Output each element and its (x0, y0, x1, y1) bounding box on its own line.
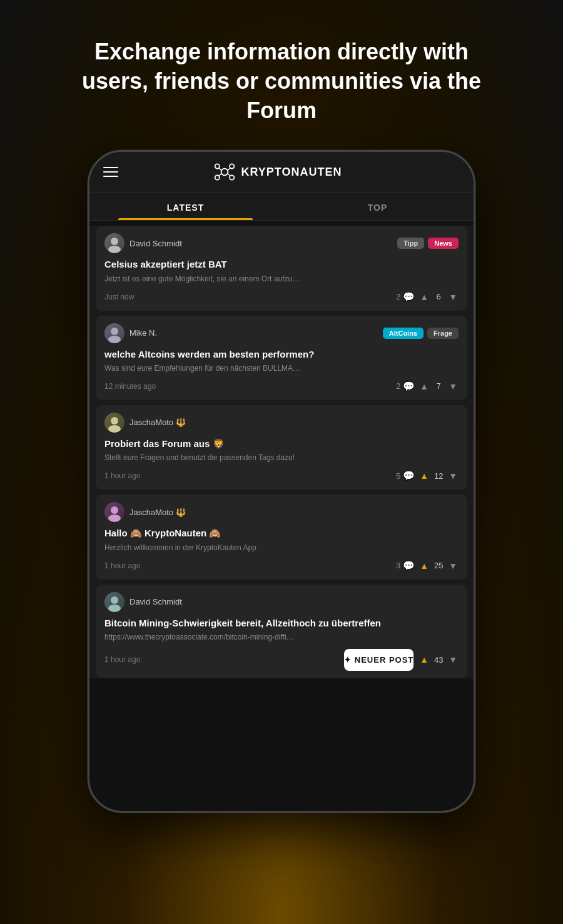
tabs-bar: LATEST TOP (89, 193, 474, 221)
svg-point-0 (221, 169, 228, 176)
vote-count: 7 (433, 381, 444, 391)
post-footer: 1 hour ago ✦ NEUER POST ▲ 43 ▼ (104, 649, 459, 671)
post-footer: 1 hour ago 5 💬 ▲ 12 ▼ (104, 470, 459, 482)
svg-point-2 (230, 164, 235, 169)
post-card[interactable]: Mike N. AltCoins Frage welche Altcoins w… (96, 316, 467, 400)
post-stats: 3 💬 ▲ 25 ▼ (396, 560, 459, 572)
post-time: 12 minutes ago (104, 382, 387, 391)
post-header: David Schmidt (104, 592, 459, 612)
svg-point-4 (230, 176, 235, 180)
logo-icon (213, 161, 236, 183)
vote-section: ▲ 12 ▼ (418, 470, 459, 482)
upvote-button[interactable]: ▲ (418, 380, 430, 393)
post-footer: 1 hour ago 3 💬 ▲ 25 ▼ (104, 560, 459, 572)
post-title: Hallo 🙈 KryptoNauten 🙈 (104, 527, 459, 540)
avatar (104, 413, 124, 433)
post-excerpt: https://www.thecryptoassociate.com/bitco… (104, 632, 459, 643)
post-card[interactable]: David Schmidt Bitcoin Mining-Schwierigke… (96, 585, 467, 678)
tab-top[interactable]: TOP (282, 193, 474, 220)
vote-count: 6 (433, 292, 444, 301)
post-title: Celsius akzeptiert jetzt BAT (104, 258, 459, 271)
post-card[interactable]: David Schmidt Tipp News Celsius akzeptie… (96, 226, 467, 310)
vote-count: 12 (433, 471, 444, 481)
comment-number: 2 (396, 292, 400, 301)
comment-count: 5 💬 (396, 470, 415, 481)
post-time: 1 hour ago (104, 655, 335, 664)
upvote-button[interactable]: ▲ (418, 291, 430, 303)
post-stats: 2 💬 ▲ 6 ▼ (396, 291, 459, 303)
post-card[interactable]: JaschaMoto 🔱 Hallo 🙈 KryptoNauten 🙈 Herz… (96, 495, 467, 579)
post-header: Mike N. AltCoins Frage (104, 323, 459, 343)
upvote-button[interactable]: ▲ (418, 470, 430, 482)
post-header: David Schmidt Tipp News (104, 233, 459, 253)
post-time: 1 hour ago (104, 471, 387, 480)
tag-tipp: Tipp (397, 238, 424, 249)
comment-icon: 💬 (403, 381, 415, 392)
svg-point-11 (111, 328, 118, 335)
upvote-button[interactable]: ▲ (418, 653, 430, 666)
post-title: welche Altcoins werden am besten perform… (104, 348, 459, 361)
app-name: KryptoNauten (241, 166, 342, 179)
author-name: Mike N. (129, 328, 157, 338)
post-excerpt: Stellt eure Fragen und benutzt die passe… (104, 453, 459, 463)
svg-point-1 (215, 164, 220, 169)
downvote-button[interactable]: ▼ (447, 291, 459, 303)
downvote-button[interactable]: ▼ (447, 560, 459, 572)
post-header: JaschaMoto 🔱 (104, 413, 459, 433)
svg-line-5 (219, 168, 221, 171)
svg-point-9 (111, 238, 118, 245)
phone-shell: KryptoNauten LATEST TOP David Schmidt Ti… (88, 150, 475, 813)
post-title: Probiert das Forum aus 🦁 (104, 438, 459, 450)
tag-row: AltCoins Frage (383, 328, 459, 339)
tag-altcoins: AltCoins (383, 328, 424, 339)
post-footer: 12 minutes ago 2 💬 ▲ 7 ▼ (104, 380, 459, 393)
comment-icon: 💬 (403, 470, 415, 481)
avatar (104, 502, 124, 522)
vote-section: ▲ 43 ▼ (418, 653, 459, 666)
post-card[interactable]: JaschaMoto 🔱 Probiert das Forum aus 🦁 St… (96, 405, 467, 490)
author-name: David Schmidt (129, 597, 182, 606)
post-stats: 2 💬 ▲ 7 ▼ (396, 380, 459, 393)
svg-point-12 (108, 336, 121, 343)
downvote-button[interactable]: ▼ (447, 653, 459, 666)
downvote-button[interactable]: ▼ (447, 470, 459, 482)
svg-line-7 (219, 174, 221, 176)
post-author: JaschaMoto 🔱 (104, 502, 186, 522)
post-time: 1 hour ago (104, 561, 387, 570)
logo-area: KryptoNauten (213, 161, 342, 183)
post-author: Mike N. (104, 323, 157, 343)
page-headline: Exchange information directly with users… (69, 38, 494, 125)
comment-count: 3 💬 (396, 560, 415, 571)
post-footer: Just now 2 💬 ▲ 6 ▼ (104, 291, 459, 303)
vote-count: 25 (433, 561, 444, 570)
vote-count: 43 (433, 655, 444, 665)
vote-section: ▲ 25 ▼ (418, 560, 459, 572)
post-author: David Schmidt (104, 592, 182, 612)
svg-point-15 (111, 506, 118, 514)
svg-line-6 (228, 168, 231, 171)
author-name: David Schmidt (129, 239, 182, 248)
svg-point-10 (108, 246, 121, 253)
vote-section: ▲ 7 ▼ (418, 380, 459, 393)
tag-row: Tipp News (397, 238, 459, 249)
svg-point-17 (111, 596, 118, 604)
avatar (104, 323, 124, 343)
svg-point-13 (111, 417, 118, 424)
post-excerpt: Jetzt ist es eine gute Möglichkeit, sie … (104, 274, 459, 284)
tag-news: News (428, 238, 459, 249)
upvote-button[interactable]: ▲ (418, 560, 430, 572)
comment-icon: 💬 (403, 560, 415, 571)
post-excerpt: Herzlich willkommen in der KryptoKauten … (104, 543, 459, 553)
comment-number: 2 (396, 381, 400, 391)
comment-number: 3 (396, 561, 400, 570)
tab-latest[interactable]: LATEST (89, 193, 282, 220)
svg-point-3 (215, 176, 220, 180)
menu-button[interactable] (103, 167, 118, 177)
post-stats: 5 💬 ▲ 12 ▼ (396, 470, 459, 482)
post-author: David Schmidt (104, 233, 182, 253)
app-header: KryptoNauten (89, 152, 474, 193)
svg-point-14 (108, 425, 121, 433)
avatar (104, 233, 124, 253)
downvote-button[interactable]: ▼ (447, 380, 459, 393)
new-post-button[interactable]: ✦ NEUER POST (344, 649, 413, 671)
